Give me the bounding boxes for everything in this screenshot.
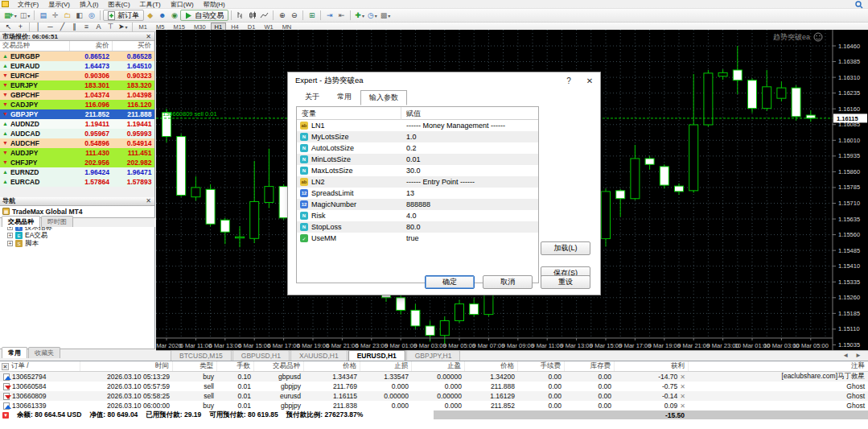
market-watch-toggle-icon[interactable]: ▤ bbox=[37, 10, 49, 21]
terminal-col-4[interactable]: 交易品种 bbox=[254, 361, 304, 371]
close-order-icon[interactable]: ✕ bbox=[680, 383, 685, 390]
dialog-tab-常用[interactable]: 常用 bbox=[328, 89, 360, 105]
chart-tab-BTCUSD,M15[interactable]: BTCUSD,M15 bbox=[171, 350, 232, 361]
market-watch-row[interactable]: ▲AUDNZD1.194111.19441 bbox=[0, 119, 154, 129]
menu-window[interactable]: 窗口(W) bbox=[167, 0, 198, 9]
terminal-col-12[interactable]: 注释 bbox=[689, 361, 868, 371]
param-row[interactable]: ✓UseMMtrue bbox=[297, 233, 538, 244]
market-watch-row[interactable]: ▲EURCAD1.578641.57893 bbox=[0, 177, 154, 187]
menu-view[interactable]: 显示(V) bbox=[44, 0, 74, 9]
market-watch-row[interactable]: ▼AUDCHF0.548960.54914 bbox=[0, 138, 154, 148]
param-value[interactable]: 80.0 bbox=[401, 223, 538, 231]
navigator-tab-收藏夹[interactable]: 收藏夹 bbox=[28, 347, 60, 358]
dialog-tab-关于[interactable]: 关于 bbox=[296, 89, 328, 105]
order-row[interactable]: 1306605842026.03.10 05:57:59sell0.01gbpj… bbox=[0, 382, 868, 391]
chart-tab-GBPUSD,H1[interactable]: GBPUSD,H1 bbox=[232, 350, 290, 361]
chart-tab-GBPJPY,H1[interactable]: GBPJPY,H1 bbox=[406, 350, 461, 361]
mw-col-bid[interactable]: 卖价 bbox=[69, 41, 112, 52]
navigator-tab-常用[interactable]: 常用 bbox=[2, 347, 27, 358]
param-value[interactable]: ------ Entry Point ------ bbox=[401, 178, 538, 186]
tile-windows-icon[interactable]: ⊞ bbox=[306, 10, 318, 21]
metaeditor-icon[interactable]: ◆ bbox=[144, 10, 156, 21]
param-value[interactable]: 4.0 bbox=[401, 212, 538, 220]
market-watch-row[interactable]: ▼CHFJPY202.956202.982 bbox=[0, 158, 154, 167]
close-order-icon[interactable]: ✕ bbox=[680, 393, 685, 400]
scroll-left-icon[interactable]: ◄ bbox=[842, 352, 849, 359]
terminal-col-9[interactable]: 手续费 bbox=[518, 361, 565, 371]
templates-button[interactable]: ▩▾ bbox=[379, 10, 393, 21]
terminal-col-3[interactable]: 手数 bbox=[217, 361, 254, 371]
terminal-close-icon[interactable]: ✕ bbox=[2, 363, 9, 370]
navigator-close-icon[interactable]: ✕ bbox=[145, 197, 152, 204]
terminal-col-10[interactable]: 库存费 bbox=[565, 361, 615, 371]
profiles-button[interactable]: ◫▾ bbox=[19, 10, 32, 21]
search-icon[interactable] bbox=[855, 1, 863, 9]
mw-col-symbol[interactable]: 交易品种 bbox=[0, 41, 69, 52]
dialog-help-button[interactable]: ? bbox=[558, 72, 579, 89]
terminal-col-2[interactable]: 类型 bbox=[173, 361, 217, 371]
market-watch-row[interactable]: ▼EURCHF0.903060.90323 bbox=[0, 71, 154, 80]
param-value[interactable]: 13 bbox=[401, 189, 538, 197]
metaquotes-id-icon[interactable]: ☻ bbox=[156, 10, 168, 21]
close-order-icon[interactable]: ✕ bbox=[680, 402, 685, 410]
terminal-col-1[interactable]: 时间 bbox=[80, 361, 173, 371]
auto-scroll-icon[interactable]: ⇥ bbox=[323, 10, 335, 21]
param-row[interactable]: abLN2------ Entry Point ------ bbox=[297, 176, 538, 188]
terminal-col-5[interactable]: 价格 bbox=[304, 361, 360, 371]
param-row[interactable]: NMyLotsSize1.0 bbox=[297, 131, 538, 142]
terminal-col-7[interactable]: 止盈 bbox=[412, 361, 465, 371]
trendline-tool-icon[interactable]: ╱ bbox=[56, 23, 68, 31]
candlestick-mode-icon[interactable] bbox=[246, 10, 258, 21]
navigator-item-脚本[interactable]: +S脚本 bbox=[2, 240, 154, 248]
market-watch-row[interactable]: ▲EURGBP0.865120.86528 bbox=[0, 52, 154, 61]
horizontal-line-tool-icon[interactable]: ─ bbox=[44, 23, 56, 31]
expand-icon[interactable]: + bbox=[7, 233, 13, 238]
param-value[interactable]: 0.2 bbox=[401, 144, 538, 152]
param-value[interactable]: true bbox=[401, 234, 538, 242]
channel-tool-icon[interactable]: ∥ bbox=[68, 23, 80, 31]
periods-button[interactable]: ◷▾ bbox=[366, 10, 379, 21]
market-watch-tab-即时图[interactable]: 即时图 bbox=[41, 216, 73, 227]
vertical-line-tool-icon[interactable]: │ bbox=[32, 23, 44, 31]
param-value[interactable]: 1.0 bbox=[401, 133, 538, 141]
scroll-right-icon[interactable]: ► bbox=[855, 352, 862, 359]
chart-tab-XAUUSD,H1[interactable]: XAUUSD,H1 bbox=[290, 350, 348, 361]
tab-scroll-arrows[interactable]: ◄► bbox=[842, 352, 862, 361]
zoom-out-icon[interactable]: ⊖ bbox=[288, 10, 300, 21]
dialog-title-bar[interactable]: Expert - 趋势突破ea ? ✕ bbox=[288, 72, 600, 89]
market-watch-row[interactable]: ▲EURNZD1.964241.96471 bbox=[0, 167, 154, 177]
order-row[interactable]: 1306613392026.03.10 06:00:00buy0.01gbpjp… bbox=[0, 401, 868, 410]
reset-button[interactable]: 重设 bbox=[541, 275, 590, 289]
new-order-button[interactable]: 新订单 bbox=[103, 10, 144, 21]
param-row[interactable]: 12SpreadsLimit13 bbox=[297, 188, 538, 199]
timeframe-m1[interactable]: M1 bbox=[135, 23, 151, 31]
param-value[interactable]: ------ Money Management ------ bbox=[401, 122, 538, 130]
text-label-tool-icon[interactable]: ⊤ bbox=[105, 23, 117, 31]
param-row[interactable]: NMaxLotsSize30.0 bbox=[297, 165, 538, 176]
param-value[interactable]: 0.01 bbox=[401, 155, 538, 163]
menu-file[interactable]: 文件(F) bbox=[14, 0, 43, 9]
expand-icon[interactable]: + bbox=[7, 241, 13, 246]
param-value[interactable]: 30.0 bbox=[401, 167, 538, 175]
menu-help[interactable]: 帮助(H) bbox=[200, 0, 229, 9]
strategy-tester-icon[interactable]: ◎ bbox=[85, 10, 97, 21]
zoom-in-icon[interactable]: ⊕ bbox=[276, 10, 288, 21]
load-button[interactable]: 加载(L) bbox=[541, 241, 590, 255]
market-watch-row[interactable]: ▼GBPCHF1.043741.04398 bbox=[0, 90, 154, 100]
param-value[interactable]: 888888 bbox=[401, 200, 538, 208]
market-watch-row[interactable]: ▲AUDCAD0.959670.95993 bbox=[0, 129, 154, 138]
market-watch-close-icon[interactable]: ✕ bbox=[145, 33, 152, 40]
menu-insert[interactable]: 插入(I) bbox=[76, 0, 103, 9]
dialog-tab-输入参数[interactable]: 输入参数 bbox=[360, 90, 407, 105]
text-tool-icon[interactable]: A bbox=[93, 23, 105, 31]
param-row[interactable]: NRisk4.0 bbox=[297, 210, 538, 221]
community-icon[interactable]: ◉ bbox=[168, 10, 180, 21]
arrows-tool-button[interactable]: ➤▾ bbox=[117, 23, 130, 31]
indicators-button[interactable]: ✚▾ bbox=[353, 10, 366, 21]
ok-button[interactable]: 确定 bbox=[425, 275, 475, 289]
param-row[interactable]: NMinLotsSize0.01 bbox=[297, 154, 538, 165]
terminal-col-8[interactable]: 价格 bbox=[465, 361, 518, 371]
crosshair-tool-icon[interactable]: + bbox=[14, 23, 27, 31]
close-order-icon[interactable]: ✕ bbox=[680, 373, 685, 381]
param-row[interactable]: NStopLoss80.0 bbox=[297, 221, 538, 233]
